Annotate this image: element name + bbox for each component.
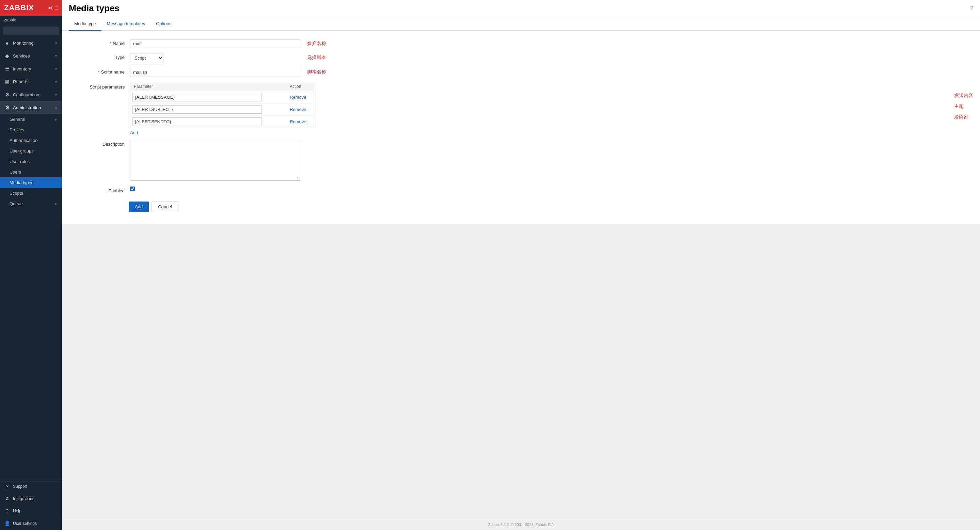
name-control [130, 39, 300, 48]
sidebar-item-user-settings[interactable]: 👤 User settings [0, 517, 62, 530]
type-row: Type Email SMS Jabber Ez Texting Script … [62, 53, 980, 63]
name-label: *Name [69, 39, 130, 46]
sidebar-header-icons: ≪ □ [48, 5, 58, 11]
subnav-item-queue[interactable]: Queue ► [0, 198, 62, 209]
tab-options[interactable]: Options [151, 17, 177, 31]
sidebar-item-monitoring[interactable]: ● Monitoring ▼ [0, 37, 62, 49]
script-name-annotation: 脚本名称 [307, 68, 326, 75]
inventory-arrow: ▼ [54, 67, 58, 71]
sidebar-header: ZABBIX ≪ □ [0, 0, 62, 16]
params-table: Parameter Action Remove [130, 82, 314, 128]
script-name-label: *Script name [69, 68, 130, 75]
subnav-user-roles-label: User roles [10, 159, 30, 164]
page-title-text: Media types [69, 3, 119, 13]
description-textarea[interactable] [130, 140, 300, 181]
subnav-item-authentication[interactable]: Authentication [0, 135, 62, 146]
page-title: Media types [69, 3, 119, 14]
sidebar-item-help[interactable]: ? Help [0, 505, 62, 517]
logo[interactable]: ZABBIX [4, 3, 34, 12]
integrations-icon: Z [4, 496, 10, 501]
name-required: * [110, 41, 111, 46]
subnav-proxies-label: Proxies [10, 127, 24, 132]
script-params-row: Script parameters Parameter Action [62, 82, 980, 135]
param-action-2: Remove [286, 116, 314, 128]
param-action-1: Remove [286, 103, 314, 116]
search-input[interactable] [3, 27, 59, 35]
type-select[interactable]: Email SMS Jabber Ez Texting Script Webho… [130, 53, 164, 63]
param-input-2[interactable] [132, 117, 262, 126]
description-label: Description [69, 140, 130, 147]
subnav-item-user-roles[interactable]: User roles [0, 156, 62, 167]
type-annotation: 选择脚本 [307, 53, 326, 60]
sidebar-item-inventory[interactable]: ☰ Inventory ▼ [0, 62, 62, 75]
param-remove-1[interactable]: Remove [288, 107, 307, 112]
monitoring-arrow: ▼ [54, 41, 58, 45]
sidebar-support-label: Support [13, 484, 27, 489]
collapse-icon[interactable]: ≪ [48, 5, 53, 11]
sidebar-item-configuration-label: Configuration [13, 92, 39, 97]
sidebar-item-configuration[interactable]: ⚙ Configuration ▼ [0, 88, 62, 101]
script-name-required: * [98, 70, 100, 75]
subnav-users-label: Users [10, 170, 21, 175]
services-icon: ◆ [4, 53, 10, 59]
subnav-item-proxies[interactable]: Proxies [0, 125, 62, 135]
subnav-item-user-groups[interactable]: User groups [0, 146, 62, 156]
sidebar: ZABBIX ≪ □ zabbix ● Monitoring ▼ ◆ Servi… [0, 0, 62, 530]
param-remove-0[interactable]: Remove [288, 95, 307, 100]
param-cell-1 [130, 103, 286, 116]
action-buttons: Add Cancel [62, 198, 980, 216]
param-input-0[interactable] [132, 93, 262, 102]
enabled-row: Enabled [62, 187, 980, 194]
subnav-item-users[interactable]: Users [0, 167, 62, 177]
add-button[interactable]: Add [129, 202, 149, 212]
param-col-action: Action [286, 82, 314, 91]
param-col-parameter: Parameter [130, 82, 286, 91]
script-params-control: Parameter Action Remove [130, 82, 947, 135]
monitoring-icon: ● [4, 40, 10, 46]
sidebar-integrations-label: Integrations [13, 496, 34, 501]
param-cell-2 [130, 116, 286, 128]
sidebar-help-label: Help [13, 509, 21, 513]
inventory-icon: ☰ [4, 66, 10, 72]
subnav-item-scripts[interactable]: Scripts [0, 188, 62, 198]
subnav-item-media-types[interactable]: Media types [0, 177, 62, 188]
sidebar-item-services-label: Services [13, 54, 30, 59]
help-icon-top[interactable]: ? [970, 5, 973, 11]
sidebar-item-administration[interactable]: ⚙ Administration ▲ [0, 101, 62, 114]
sidebar-item-services[interactable]: ◆ Services ▼ [0, 49, 62, 62]
configuration-icon: ⚙ [4, 92, 10, 98]
add-param-link[interactable]: Add [130, 130, 138, 135]
name-row: *Name 媒介名称 [62, 39, 980, 48]
sidebar-item-reports[interactable]: ▦ Reports ▼ [0, 75, 62, 88]
type-row-inner: Email SMS Jabber Ez Texting Script Webho… [130, 53, 300, 63]
queue-arrow: ► [54, 202, 58, 206]
enabled-checkbox[interactable] [130, 187, 135, 191]
subnav-item-general[interactable]: General ► [0, 114, 62, 125]
sidebar-username: zabbix [0, 16, 62, 24]
top-bar: Media types ? [62, 0, 980, 17]
services-arrow: ▼ [54, 54, 58, 58]
script-name-input[interactable] [130, 68, 300, 77]
param-cell-0 [130, 91, 286, 103]
subnav-authentication-label: Authentication [10, 138, 37, 143]
tab-media-type[interactable]: Media type [69, 17, 102, 31]
name-input[interactable] [130, 39, 300, 48]
sidebar-item-reports-label: Reports [13, 79, 29, 84]
cancel-button[interactable]: Cancel [151, 202, 178, 212]
param-annotation-0: 发送内容 [954, 91, 973, 99]
sidebar-user-settings-label: User settings [13, 521, 37, 526]
tabs-bar: Media type Message templates Options [62, 17, 980, 31]
search-box [0, 24, 62, 37]
tab-message-templates[interactable]: Message templates [102, 17, 151, 31]
footer: Zabbix 6.2.2. © 2001–2022, Zabbix SIA [62, 519, 980, 530]
sidebar-item-integrations[interactable]: Z Integrations [0, 493, 62, 505]
param-input-1[interactable] [132, 105, 262, 114]
sidebar-item-monitoring-label: Monitoring [13, 41, 34, 46]
configuration-arrow: ▼ [54, 93, 58, 97]
sidebar-item-support[interactable]: ? Support [0, 480, 62, 493]
param-remove-2[interactable]: Remove [288, 119, 307, 124]
script-name-control [130, 68, 300, 77]
param-row-1: Remove [130, 103, 314, 116]
param-annotation-1: 主题 [954, 102, 973, 109]
expand-icon[interactable]: □ [55, 5, 58, 11]
